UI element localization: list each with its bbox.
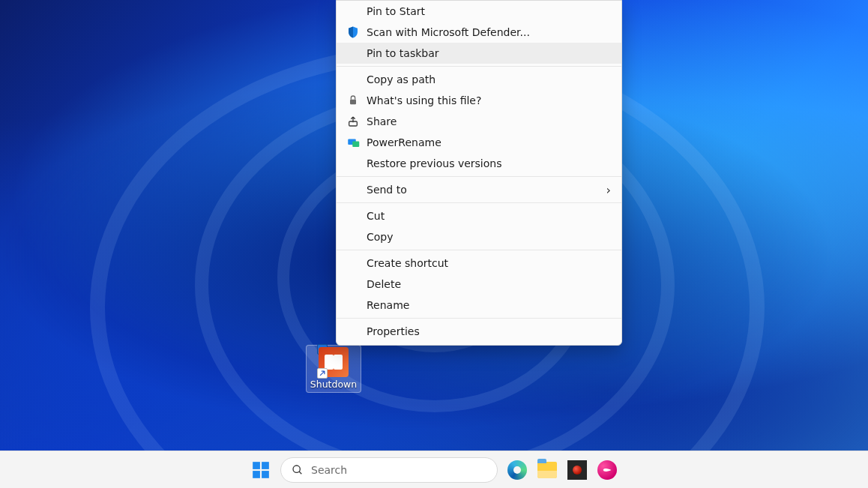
shortcut-arrow-icon bbox=[317, 368, 328, 379]
menu-item-cut[interactable]: Cut bbox=[337, 205, 621, 226]
menu-item-label: Scan with Microsoft Defender... bbox=[367, 26, 611, 38]
svg-rect-5 bbox=[262, 462, 269, 469]
menu-item-copy[interactable]: Copy bbox=[337, 226, 621, 247]
blank-icon bbox=[346, 298, 361, 313]
menu-item-label: What's using this file? bbox=[367, 94, 611, 106]
svg-rect-0 bbox=[350, 100, 356, 105]
menu-item-powerrename[interactable]: PowerRename bbox=[337, 132, 621, 153]
taskbar: Search bbox=[0, 451, 868, 488]
menu-item-label: Copy as path bbox=[367, 73, 611, 85]
menu-item-delete[interactable]: Delete bbox=[337, 274, 621, 295]
search-icon bbox=[292, 464, 304, 476]
menu-item-label: PowerRename bbox=[367, 136, 611, 148]
desktop-icon-label: Shutdown bbox=[308, 379, 359, 390]
menu-item-properties[interactable]: Properties bbox=[337, 321, 621, 342]
menu-item-label: Cut bbox=[367, 210, 611, 222]
menu-item-send-to[interactable]: Send to› bbox=[337, 179, 621, 200]
chevron-right-icon: › bbox=[606, 183, 611, 197]
svg-rect-7 bbox=[262, 471, 269, 478]
svg-rect-6 bbox=[253, 471, 260, 478]
menu-item-label: Create shortcut bbox=[367, 257, 611, 269]
blank-icon bbox=[346, 156, 361, 171]
share-icon bbox=[346, 114, 361, 129]
taskbar-app-pink[interactable] bbox=[597, 460, 618, 481]
blank-icon bbox=[346, 4, 361, 19]
menu-item-defender[interactable]: Scan with Microsoft Defender... bbox=[337, 22, 621, 43]
desktop[interactable]: Shutdown Pin to StartScan with Microsoft… bbox=[0, 0, 868, 488]
menu-item-restore[interactable]: Restore previous versions bbox=[337, 153, 621, 174]
menu-item-label: Pin to Start bbox=[367, 5, 611, 17]
blank-icon bbox=[346, 256, 361, 271]
blank-icon bbox=[346, 229, 361, 244]
taskbar-app-edge[interactable] bbox=[507, 460, 528, 481]
menu-item-using-file[interactable]: What's using this file? bbox=[337, 90, 621, 111]
menu-item-label: Copy bbox=[367, 231, 611, 243]
menu-item-pin-taskbar[interactable]: Pin to taskbar bbox=[337, 43, 621, 64]
blank-icon bbox=[346, 277, 361, 292]
svg-rect-4 bbox=[253, 462, 260, 469]
blank-icon bbox=[346, 46, 361, 61]
taskbar-app-file-explorer[interactable] bbox=[537, 460, 558, 481]
menu-item-shortcut[interactable]: Create shortcut bbox=[337, 253, 621, 274]
menu-item-label: Restore previous versions bbox=[367, 157, 611, 169]
blank-icon bbox=[346, 324, 361, 339]
svg-rect-3 bbox=[352, 142, 359, 148]
taskbar-app-recorder[interactable] bbox=[567, 460, 588, 481]
menu-item-label: Rename bbox=[367, 299, 611, 311]
svg-point-8 bbox=[293, 466, 300, 472]
menu-item-label: Delete bbox=[367, 278, 611, 290]
blank-icon bbox=[346, 72, 361, 87]
menu-item-label: Pin to taskbar bbox=[367, 47, 611, 59]
blank-icon bbox=[346, 208, 361, 223]
menu-item-copy-path[interactable]: Copy as path bbox=[337, 69, 621, 90]
taskbar-search[interactable]: Search bbox=[280, 457, 498, 483]
menu-item-label: Properties bbox=[367, 325, 611, 337]
context-menu: Pin to StartScan with Microsoft Defender… bbox=[336, 0, 622, 346]
menu-item-label: Share bbox=[367, 115, 611, 127]
menu-item-pin-start[interactable]: Pin to Start bbox=[337, 1, 621, 22]
menu-item-label: Send to bbox=[367, 184, 606, 196]
shield-icon bbox=[346, 25, 361, 40]
lock-icon bbox=[346, 93, 361, 108]
menu-item-share[interactable]: Share bbox=[337, 111, 621, 132]
blank-icon bbox=[346, 182, 361, 197]
svg-line-9 bbox=[299, 472, 301, 474]
search-placeholder: Search bbox=[311, 464, 347, 476]
desktop-icon-shutdown[interactable]: Shutdown bbox=[306, 345, 361, 393]
menu-item-rename[interactable]: Rename bbox=[337, 295, 621, 316]
start-button[interactable] bbox=[250, 460, 271, 481]
powerrename-icon bbox=[346, 135, 361, 150]
